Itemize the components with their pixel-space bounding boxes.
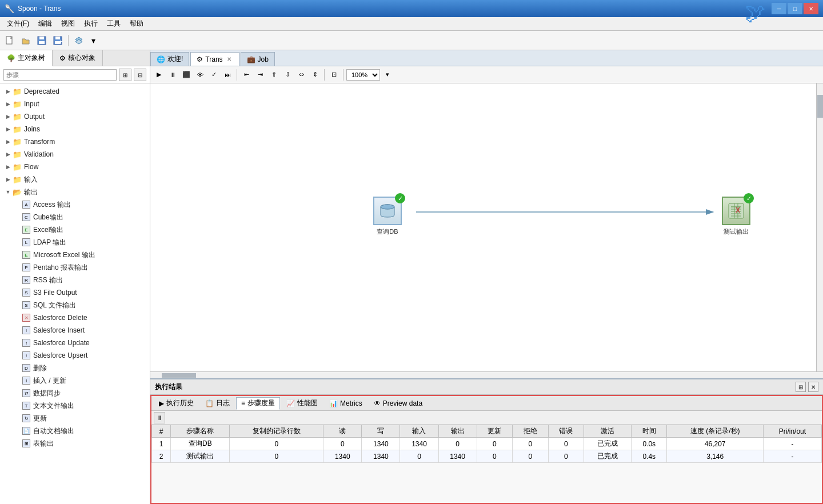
stop-button[interactable]: ⬛ — [180, 69, 193, 81]
results-close-button[interactable]: ✕ — [808, 382, 818, 392]
check-button[interactable]: ✓ — [207, 69, 220, 81]
save-as-button[interactable]: + — [50, 33, 65, 48]
results-tab-preview[interactable]: 👁 Preview data — [369, 397, 428, 410]
canvas-scrollbar[interactable] — [816, 83, 823, 371]
pause-button[interactable]: ⏸ — [166, 69, 179, 81]
tree-item-table-output[interactable]: ⊞ 表输出 — [0, 437, 150, 450]
menu-tools[interactable]: 工具 — [102, 18, 125, 30]
node-test-output-label: 测试输出 — [724, 227, 749, 236]
canvas-toolbar-sep-1 — [237, 69, 237, 81]
tree-item-input[interactable]: ▶ 📁 Input — [0, 98, 150, 110]
results-tab-perf[interactable]: 📈 性能图 — [281, 397, 323, 410]
tab-job[interactable]: 💼 Job — [241, 52, 275, 66]
tree-item-validation[interactable]: ▶ 📁 Validation — [0, 148, 150, 161]
tree-item-auto-doc[interactable]: 📄 自动文档输出 — [0, 425, 150, 437]
distribute-h-button[interactable]: ⇔ — [295, 69, 307, 81]
tree-item-delete[interactable]: D 删除 — [0, 362, 150, 374]
tree-item-flow[interactable]: ▶ 📁 Flow — [0, 161, 150, 173]
main-toolbar: + ▾ — [0, 31, 823, 50]
tab-core-objects[interactable]: ⚙ 核心对象 — [53, 50, 103, 66]
results-tab-metrics2[interactable]: 📊 Metrics — [324, 397, 367, 410]
tree-item-output[interactable]: ▶ 📁 Output — [0, 110, 150, 123]
layers-button[interactable] — [71, 33, 86, 48]
canvas-scrollbar-thumb[interactable] — [817, 95, 823, 118]
results-expand-button[interactable]: ⊞ — [796, 382, 806, 392]
align-top-button[interactable]: ⇧ — [267, 69, 280, 81]
app-icon: 🥄 — [5, 4, 14, 13]
node-test-output[interactable]: X ✓ 测试输出 — [722, 197, 750, 236]
menu-edit[interactable]: 编辑 — [34, 18, 57, 30]
zoom-select[interactable]: 100% 50% 75% 125% 150% 200% — [346, 69, 380, 81]
results-tab-log[interactable]: 📋 日志 — [200, 397, 235, 410]
menu-view[interactable]: 视图 — [57, 18, 79, 30]
run-button[interactable]: ▶ — [153, 69, 165, 81]
tree-item-excel[interactable]: E Excel输出 — [0, 223, 150, 236]
tree-item-deprecated[interactable]: ▶ 📁 Deprecated — [0, 85, 150, 98]
canvas-hscrollbar-thumb[interactable] — [162, 373, 196, 378]
tree-label: 自动文档输出 — [33, 426, 74, 436]
results-tab-history[interactable]: ▶ 执行历史 — [154, 397, 199, 410]
step-run-button[interactable]: ⏭ — [221, 69, 234, 81]
tree-item-ms-excel[interactable]: E Microsoft Excel 输出 — [0, 249, 150, 261]
menu-file[interactable]: 文件(F) — [2, 18, 34, 30]
tree-item-sf-delete[interactable]: ✕ Salesforce Delete — [0, 311, 150, 324]
tree-item-sync[interactable]: ⇄ 数据同步 — [0, 387, 150, 399]
col-step-name: 步骤名称 — [171, 425, 230, 438]
tree-item-insert-update[interactable]: I 插入 / 更新 — [0, 374, 150, 387]
close-button[interactable]: ✕ — [804, 3, 818, 14]
align-bottom-button[interactable]: ⇩ — [281, 69, 294, 81]
new-button[interactable] — [2, 33, 17, 48]
distribute-v-button[interactable]: ⇕ — [309, 69, 321, 81]
tree-item-pentaho[interactable]: P Pentaho 报表输出 — [0, 261, 150, 274]
results-tab-metrics[interactable]: ≡ 步骤度量 — [236, 397, 280, 410]
canvas-area[interactable]: ✓ 查询DB — [150, 83, 823, 371]
tree-item-text-file[interactable]: T 文本文件输出 — [0, 399, 150, 412]
folder-icon: 📁 — [13, 99, 22, 109]
tree-item-ldap[interactable]: L LDAP 输出 — [0, 236, 150, 249]
expand-icon: ▶ — [5, 101, 11, 107]
tree-item-update[interactable]: ↻ 更新 — [0, 412, 150, 425]
tree-item-joins[interactable]: ▶ 📁 Joins — [0, 123, 150, 135]
tab-welcome[interactable]: 🌐 欢迎! — [150, 52, 189, 66]
tree-item-shuchu[interactable]: ▼ 📂 输出 — [0, 186, 150, 198]
tree-item-sf-update[interactable]: ↑ Salesforce Update — [0, 337, 150, 349]
save-button[interactable] — [34, 33, 49, 48]
trans-tab-close[interactable]: ✕ — [225, 55, 233, 63]
step-icon: S — [22, 301, 31, 310]
align-left-button[interactable]: ⇤ — [240, 69, 253, 81]
collapse-all-button[interactable]: ⊟ — [134, 69, 146, 81]
maximize-button[interactable]: □ — [788, 3, 802, 14]
cell-copies: 0 — [230, 438, 323, 450]
results-header-buttons: ⊞ ✕ — [796, 382, 818, 392]
col-reject: 拒绝 — [513, 425, 549, 438]
tab-trans[interactable]: ⚙ Trans ✕ — [190, 52, 239, 66]
tree-item-sql-file[interactable]: S SQL 文件输出 — [0, 299, 150, 311]
dropdown-button[interactable]: ▾ — [87, 33, 99, 48]
canvas-hscrollbar[interactable] — [150, 371, 823, 378]
open-button[interactable] — [18, 33, 33, 48]
node-query-db[interactable]: ✓ 查询DB — [373, 197, 402, 236]
tree-item-sf-insert[interactable]: ↑ Salesforce Insert — [0, 324, 150, 337]
preview-button[interactable]: 👁 — [194, 69, 206, 81]
minimize-button[interactable]: ─ — [772, 3, 786, 14]
fit-button[interactable]: ⊡ — [327, 69, 340, 81]
tree-item-transform[interactable]: ▶ 📁 Transform — [0, 135, 150, 148]
menu-execute[interactable]: 执行 — [79, 18, 102, 30]
align-right-button[interactable]: ⇥ — [254, 69, 266, 81]
tree-item-s3[interactable]: S S3 File Output — [0, 286, 150, 299]
tree-item-cube[interactable]: C Cube输出 — [0, 211, 150, 223]
results-pause-button[interactable]: ⏸ — [154, 412, 165, 423]
menu-help[interactable]: 帮助 — [125, 18, 148, 30]
search-input[interactable] — [3, 69, 117, 81]
tree-item-rss[interactable]: R RSS 输出 — [0, 274, 150, 286]
tree-item-access[interactable]: A Access 输出 — [0, 198, 150, 211]
tree-item-sf-upsert[interactable]: ↑ Salesforce Upsert — [0, 349, 150, 362]
tree-label: Flow — [24, 163, 38, 171]
col-active: 激活 — [584, 425, 632, 438]
left-panel-tabs: 🌳 主对象树 ⚙ 核心对象 — [0, 50, 150, 66]
zoom-dropdown-button[interactable]: ▾ — [381, 69, 394, 81]
step-icon: P — [22, 263, 31, 272]
expand-all-button[interactable]: ⊞ — [119, 69, 131, 81]
tree-item-shuru[interactable]: ▶ 📁 输入 — [0, 173, 150, 186]
tab-main-objects[interactable]: 🌳 主对象树 — [0, 50, 53, 66]
